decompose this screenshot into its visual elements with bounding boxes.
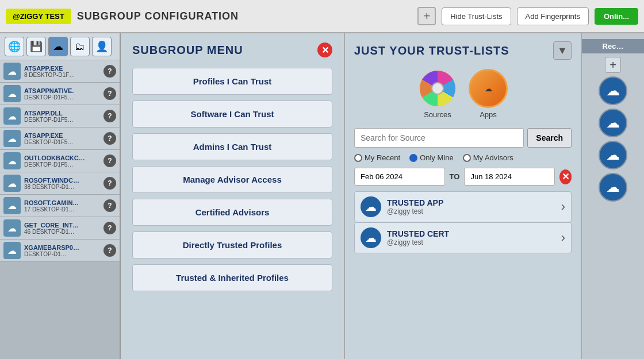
trust-panel-title: JUST YOUR TRUST-LISTS [354,44,509,57]
sidebar-item-sub-4: DESKTOP-D1F5… [24,161,103,168]
right-avatar-icon-2: ☁ [606,115,620,131]
sidebar-item-4[interactable]: ☁ OUTLOOKBACKC… DESKTOP-D1F5… ? [0,150,120,172]
trust-item-chevron-1: › [561,230,565,245]
sidebar-item-6[interactable]: ☁ ROSOFT.GAMIN… 17 DESKTOP-D1… ? [0,195,120,217]
sidebar-item-help-2[interactable]: ? [103,110,116,122]
sidebar-item-3[interactable]: ☁ ATSAPP.EXE DESKTOP-D1F5… ? [0,128,120,150]
radio-label-my-recent: My Recent [365,153,400,162]
sidebar-item-icon-8: ☁ [3,242,21,259]
right-avatar-3[interactable]: ☁ [599,141,627,169]
sidebar-item-0[interactable]: ☁ ATSAPP.EXE 8 DESKTOP-D1F… ? [0,60,120,83]
subgroup-menu-btn-3[interactable]: Manage Advisor Access [132,166,332,193]
sidebar-item-help-6[interactable]: ? [103,199,116,212]
sidebar-item-help-8[interactable]: ? [103,244,116,257]
date-to-label: TO [450,172,460,181]
sidebar-item-text-7: GET_CORE_INT… 46 DESKTOP-D1… [24,222,103,235]
right-avatar-icon-3: ☁ [606,147,620,163]
sidebar-item-text-8: XGAMEBARSP0… DESKTOP-D1… [24,244,103,257]
sidebar-item-text-0: ATSAPP.EXE 8 DESKTOP-D1F… [24,65,103,78]
date-clear-button[interactable]: ✕ [559,169,572,184]
sidebar-item-icon-0: ☁ [3,63,21,80]
sidebar-icon-folder[interactable]: 🗂 [70,37,90,56]
plus-button[interactable]: + [417,7,436,25]
sidebar-item-sub-2: DESKTOP-D1F5… [24,117,103,123]
sidebar-item-text-6: ROSOFT.GAMIN… 17 DESKTOP-D1… [24,199,103,213]
sidebar-icon-globe[interactable]: 🌐 [5,37,24,56]
sidebar-item-name-8: XGAMEBARSP0… [24,244,103,251]
sidebar-item-help-0[interactable]: ? [103,65,116,78]
right-avatar-icon-1: ☁ [606,83,620,99]
sidebar-list: ☁ ATSAPP.EXE 8 DESKTOP-D1F… ? ☁ ATSAPPNA… [0,60,120,359]
sidebar-item-name-4: OUTLOOKBACKC… [24,155,103,161]
right-avatar-2[interactable]: ☁ [599,109,627,137]
sidebar-item-1[interactable]: ☁ ATSAPPNATIVE. DESKTOP-D1F5… ? [0,83,120,105]
sources-icon-item[interactable]: Sources [418,69,457,119]
online-button[interactable]: Onlin... [595,8,638,25]
sidebar-icon-user[interactable]: 👤 [92,37,112,56]
add-fingerprints-button[interactable]: Add Fingerprints [517,7,589,25]
sidebar-item-sub-7: 46 DESKTOP-D1… [24,229,103,235]
subgroup-menu-panel: SUBGROUP MENU ✕ Profiles I Can TrustSoft… [121,33,345,359]
radio-my-recent[interactable]: My Recent [354,153,400,162]
right-avatar-1[interactable]: ☁ [599,76,627,105]
sidebar-item-help-4[interactable]: ? [103,155,116,167]
sidebar-item-sub-1: DESKTOP-D1F5… [24,94,103,101]
sidebar-item-name-2: ATSAPP.DLL [24,110,103,117]
subgroup-menu-btn-2[interactable]: Admins I Can Trust [132,133,332,160]
sidebar-item-8[interactable]: ☁ XGAMEBARSP0… DESKTOP-D1… ? [0,240,120,262]
date-from-input[interactable] [354,168,445,186]
subgroup-menu-btn-5[interactable]: Directly Trusted Profiles [132,231,332,258]
sidebar-item-help-3[interactable]: ? [103,132,116,145]
disc-icon [418,69,457,108]
subgroup-button-list: Profiles I Can TrustSoftware I Can Trust… [132,68,332,297]
sidebar-item-text-2: ATSAPP.DLL DESKTOP-D1F5… [24,110,103,123]
right-plus-button[interactable]: + [605,57,621,73]
radio-only-mine[interactable]: Only Mine [409,153,454,162]
right-panel: Rec… + ☁ ☁ ☁ ☁ [581,33,644,359]
trust-list-item-1[interactable]: ☁ TRUSTED CERT @ziggy test › [354,222,572,253]
sidebar-icon-save[interactable]: 💾 [26,37,46,56]
sidebar-icon-row: 🌐 💾 ☁ 🗂 👤 [0,33,120,60]
sidebar: 🌐 💾 ☁ 🗂 👤 ☁ ATSAPP.EXE 8 DESKTOP-D1F… ? … [0,33,121,359]
search-row: Search [354,128,572,148]
sidebar-item-2[interactable]: ☁ ATSAPP.DLL DESKTOP-D1F5… ? [0,105,120,128]
search-input[interactable] [354,128,524,148]
sidebar-item-name-1: ATSAPPNATIVE. [24,87,103,94]
trust-item-label-1: TRUSTED CERT [387,229,555,238]
subgroup-menu-btn-4[interactable]: Certified Advisors [132,199,332,226]
sidebar-item-text-1: ATSAPPNATIVE. DESKTOP-D1F5… [24,87,103,101]
subgroup-title: SUBGROUP MENU [132,44,243,57]
radio-label-my-advisors: My Advisors [473,153,513,162]
hide-trust-button[interactable]: Hide Trust-Lists [442,7,511,25]
subgroup-menu-btn-0[interactable]: Profiles I Can Trust [132,68,332,95]
sidebar-item-name-0: ATSAPP.EXE [24,65,103,72]
trust-item-info-1: TRUSTED CERT @ziggy test [387,229,555,246]
sidebar-item-sub-6: 17 DESKTOP-D1… [24,206,103,213]
sidebar-item-5[interactable]: ☁ ROSOFT.WINDC… 38 DESKTOP-D1… ? [0,172,120,195]
radio-circle-my-recent [354,154,362,162]
subgroup-menu-btn-1[interactable]: Software I Can Trust [132,101,332,128]
trust-list-item-0[interactable]: ☁ TRUSTED APP @ziggy test › [354,191,572,222]
sidebar-item-text-3: ATSAPP.EXE DESKTOP-D1F5… [24,132,103,145]
right-avatar-4[interactable]: ☁ [599,173,627,202]
sidebar-item-help-1[interactable]: ? [103,87,116,100]
radio-my-advisors[interactable]: My Advisors [463,153,513,162]
subgroup-menu-btn-6[interactable]: Trusted & Inherited Profiles [132,264,332,291]
sidebar-item-help-5[interactable]: ? [103,177,116,190]
apps-label: Apps [480,110,497,119]
sidebar-item-name-7: GET_CORE_INT… [24,222,103,229]
sidebar-item-7[interactable]: ☁ GET_CORE_INT… 46 DESKTOP-D1… ? [0,217,120,240]
sidebar-icon-cloud[interactable]: ☁ [48,37,68,56]
trust-filter-button[interactable]: ▼ [553,41,572,60]
sidebar-item-help-7[interactable]: ? [103,222,116,234]
sidebar-item-icon-4: ☁ [3,152,21,169]
subgroup-close-button[interactable]: ✕ [317,43,332,57]
sidebar-item-sub-0: 8 DESKTOP-D1F… [24,72,103,78]
date-to-input[interactable] [464,168,555,186]
search-button[interactable]: Search [527,128,572,148]
sidebar-item-text-4: OUTLOOKBACKC… DESKTOP-D1F5… [24,155,103,168]
ziggy-badge[interactable]: @ZIGGY TEST [6,9,71,24]
trust-item-list: ☁ TRUSTED APP @ziggy test › ☁ TRUSTED CE… [354,191,572,253]
sidebar-item-icon-5: ☁ [3,175,21,192]
apps-icon-item[interactable]: ☁ Apps [469,69,508,119]
